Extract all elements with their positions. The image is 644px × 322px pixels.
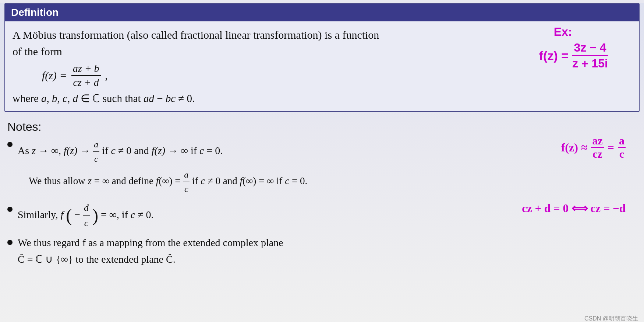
definition-line2: of the form [13,45,62,57]
bullet-dot-1 [7,142,13,147]
main-container: Definition A Möbius transformation (also… [0,3,644,322]
bullet2-suffix: = ∞, if c ≠ 0. [101,209,154,220]
main-fraction: az + b cz + d [71,63,101,88]
hw-frac2-d: c [618,148,625,160]
definition-condition: where a, b, c, d ∈ ℂ such that ad − bc ≠… [13,92,631,105]
bullet-dot-3 [7,240,13,245]
bullet2-paren-close: ) [92,206,98,225]
bullet2-neg: − [74,209,80,220]
formula-main: f(z) = az + b cz + d , [42,63,108,88]
notes-section: Notes: As z → ∞, f(z) → a c if c ≠ 0 and… [0,115,644,274]
bullet1-sub-frac: a c [183,168,190,196]
watermark: CSDN @明朝百晓生 [584,315,638,322]
bullet1-handwritten: f(z) ≈ az cz = a c [561,134,626,160]
ex-fraction: 3z − 4 z + 15i [571,41,609,70]
bullet-content-3: We thus regard f as a mapping from the e… [18,235,283,268]
hw-eq: = [608,141,614,154]
bullet2-frac: d c [83,200,90,231]
ex-denom: z + 15i [571,56,609,70]
ex-numer: 3z − 4 [572,41,608,56]
bullet-dot-2 [7,207,13,212]
bullet-item-2: Similarly, f ( − d c ) = ∞, if c ≠ 0. cz… [7,200,637,231]
hw-frac2: a c [618,134,626,160]
formula-lhs: f(z) = [42,69,67,82]
bullet1-subtext: We thus allow z = ∞ and define f(∞) = a … [29,168,307,196]
bullet2-frac-d: c [83,216,90,231]
bullet-content-2: Similarly, f ( − d c ) = ∞, if c ≠ 0. [18,200,154,231]
hw-f-approx: f(z) ≈ [561,141,588,154]
definition-header: Definition [5,4,639,21]
bullet2-prefix: Similarly, f [18,209,66,220]
bullet1-sub-frac-n: a [183,168,190,182]
definition-box: Definition A Möbius transformation (also… [4,3,640,112]
bullet1-frac: a c [93,137,99,166]
definition-line1: A Möbius transformation (also called fra… [13,29,379,41]
formula-comma: , [105,69,108,82]
notes-title: Notes: [7,120,637,134]
bullet1-sub-frac-d: c [183,182,190,196]
bullet2-paren-open: ( [66,206,72,225]
bullet2-handwritten: cz + d = 0 ⟺ cz = −d [522,202,626,215]
ex-formula: f(z) = 3z − 4 z + 15i [539,41,609,70]
bullet3-line2: Ĉ = ℂ ∪ {∞} to the extended plane Ĉ. [18,253,176,265]
bullet3-line1: We thus regard f as a mapping from the e… [18,237,283,248]
bullet1-main-prefix: As z → ∞, f(z) → [18,145,93,156]
definition-body: A Möbius transformation (also called fra… [5,21,639,111]
ex-label: Ex: [554,25,609,39]
hw-bullet2-text: cz + d = 0 ⟺ cz = −d [522,202,626,215]
bullet1-main-suffix: if c ≠ 0 and f(z) → ∞ if c = 0. [102,145,223,156]
hw-frac1-n: az [591,134,604,148]
bullet-item-3: We thus regard f as a mapping from the e… [7,235,637,268]
bullet2-frac-n: d [83,200,90,216]
handwritten-example: Ex: f(z) = 3z − 4 z + 15i [539,25,609,70]
hw-frac1-d: cz [591,148,604,160]
hw-frac1: az cz [591,134,604,160]
definition-intro: A Möbius transformation (also called fra… [13,27,631,60]
bullet1-frac-n: a [93,137,99,152]
ex-formula-lhs: f(z) = [539,49,569,63]
bullet-content-1: As z → ∞, f(z) → a c if c ≠ 0 and f(z) →… [18,137,307,196]
formula-denom: cz + d [72,76,100,88]
bullet-item-1: As z → ∞, f(z) → a c if c ≠ 0 and f(z) →… [7,137,637,196]
bullet1-frac-d: c [93,152,99,166]
formula-numer: az + b [71,63,101,76]
hw-frac2-n: a [618,134,626,148]
